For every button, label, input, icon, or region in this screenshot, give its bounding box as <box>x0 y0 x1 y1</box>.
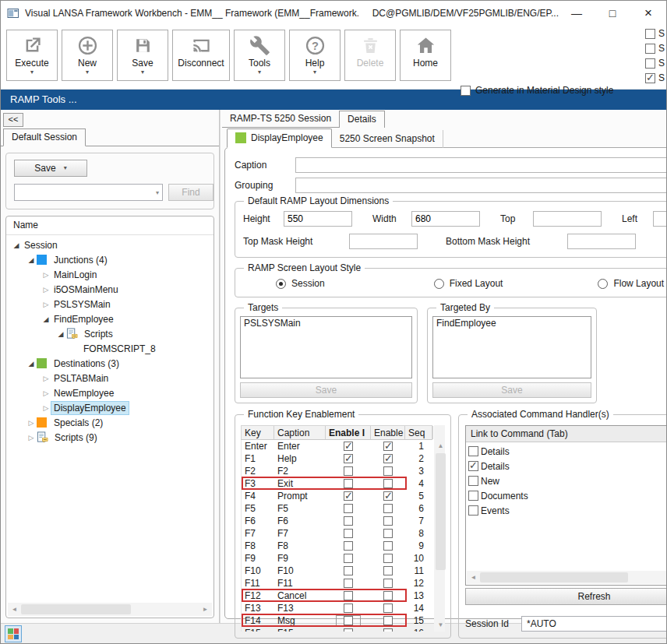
checkbox-box[interactable] <box>645 73 655 83</box>
search-combobox[interactable]: ▾ <box>14 184 163 201</box>
table-row-f6[interactable]: F6F67 <box>242 515 432 527</box>
table-row-f9[interactable]: F9F910 <box>242 552 432 565</box>
caption-input[interactable] <box>295 157 667 173</box>
expander-closed-icon[interactable]: ▷ <box>41 404 51 412</box>
fk-enable1-checkbox[interactable] <box>344 454 353 463</box>
expander-closed-icon[interactable]: ▷ <box>26 419 37 427</box>
fk-enable1-checkbox[interactable] <box>344 591 353 600</box>
scroll-left-icon[interactable]: ◄ <box>8 606 21 613</box>
close-button[interactable]: × <box>630 1 666 26</box>
fk-enable1-checkbox[interactable] <box>344 442 353 451</box>
fk-enable1-checkbox[interactable] <box>344 541 353 551</box>
toolbar-button-disconnect[interactable]: Disconnect <box>172 30 230 81</box>
material-design-checkbox[interactable]: Generate in Material Design style <box>461 85 613 96</box>
expander-closed-icon[interactable]: ▷ <box>41 389 51 397</box>
tree-column-header[interactable]: Name <box>6 216 214 235</box>
fk-enable1-checkbox[interactable] <box>344 579 353 588</box>
find-button[interactable]: Find <box>168 184 214 201</box>
command-horizontal-scrollbar[interactable]: ◄ ► <box>467 571 667 584</box>
checkbox-box[interactable] <box>468 446 478 456</box>
toolbar-button-execute[interactable]: Execute▾ <box>6 30 58 81</box>
tree-item-displayemployee[interactable]: ▷DisplayEmployee <box>6 400 214 415</box>
toolbar-button-save[interactable]: Save▾ <box>117 30 168 81</box>
checkbox-box[interactable] <box>645 58 655 69</box>
save-dropdown-button[interactable]: Save ▾ <box>14 160 87 177</box>
table-row-f2[interactable]: F2F23 <box>242 465 432 477</box>
fk-enable1-checkbox[interactable] <box>344 554 353 563</box>
radio-fixed-layout[interactable]: Fixed Layout <box>434 278 503 289</box>
targeted-by-save-button[interactable]: Save <box>432 382 591 398</box>
subtab-5250-screen-snapshot[interactable]: 5250 Screen Snapshot <box>332 130 443 148</box>
scroll-right-icon[interactable]: ► <box>199 606 212 613</box>
expander-open-icon[interactable]: ◢ <box>26 256 37 264</box>
fk-enable2-checkbox[interactable] <box>383 454 393 463</box>
radio-button[interactable] <box>434 279 444 289</box>
fk-enable1-checkbox[interactable] <box>344 529 353 538</box>
fk-enable1-checkbox[interactable] <box>344 466 353 476</box>
fk-enable2-checkbox[interactable] <box>383 554 393 563</box>
dimension-input-height[interactable] <box>284 211 352 227</box>
table-row-f14[interactable]: F14Msg15 <box>242 614 432 627</box>
collapse-panel-button[interactable]: << <box>3 113 23 127</box>
fk-enable1-checkbox[interactable] <box>344 566 353 575</box>
fk-enable2-checkbox[interactable] <box>383 516 393 526</box>
tab-default-session[interactable]: Default Session <box>3 128 86 146</box>
material-design-checkbox-box[interactable] <box>461 86 471 96</box>
app-grid-icon[interactable] <box>5 625 22 642</box>
fk-enable2-checkbox[interactable] <box>383 442 393 451</box>
table-row-f8[interactable]: F8F89 <box>242 540 432 552</box>
expander-open-icon[interactable]: ◢ <box>11 241 22 249</box>
fk-header-seq[interactable]: Seq <box>405 426 433 439</box>
fk-enable2-checkbox[interactable] <box>383 479 393 488</box>
command-link-item-details-0[interactable]: Details <box>466 444 667 459</box>
tab-ramp-ts-5250-session[interactable]: RAMP-TS 5250 Session <box>222 111 339 128</box>
fk-enable2-checkbox[interactable] <box>383 541 393 551</box>
fk-enable2-checkbox[interactable] <box>383 566 393 575</box>
fk-enable2-checkbox[interactable] <box>383 504 393 513</box>
tree-item-findemployee[interactable]: ◢FindEmployee <box>6 311 214 326</box>
grouping-input[interactable] <box>295 178 667 193</box>
scrollbar-thumb[interactable] <box>480 572 628 582</box>
tree-item-session[interactable]: ◢Session <box>6 238 214 252</box>
fk-header-enable[interactable]: Enable <box>371 426 405 439</box>
table-row-f10[interactable]: F10F1011 <box>242 565 432 577</box>
checkbox-box[interactable] <box>645 44 655 54</box>
tree-item-junctions-4-[interactable]: ◢Junctions (4) <box>6 252 214 267</box>
dimension-input-left[interactable] <box>653 211 667 227</box>
fk-header-enable-i[interactable]: Enable I <box>326 426 371 439</box>
table-row-f4[interactable]: F4Prompt5 <box>242 490 432 502</box>
tree-item-formscript-8[interactable]: FORMSCRIPT_8 <box>6 341 214 356</box>
table-row-f7[interactable]: F7F78 <box>242 527 432 540</box>
side-checkbox-2[interactable]: S <box>645 43 665 54</box>
tree-item-mainlogin[interactable]: ▷MainLogin <box>6 267 214 282</box>
toolbar-button-home[interactable]: Home <box>400 30 451 81</box>
scroll-up-icon[interactable]: ▲ <box>434 442 447 449</box>
fk-enable1-checkbox[interactable] <box>344 479 353 488</box>
checkbox-box[interactable] <box>468 476 478 486</box>
radio-flow-layout[interactable]: Flow Layout <box>598 278 664 289</box>
table-row-f11[interactable]: F11F1112 <box>242 577 432 589</box>
scrollbar-thumb[interactable] <box>21 604 131 614</box>
fk-enable1-checkbox[interactable] <box>344 504 353 513</box>
expander-open-icon[interactable]: ◢ <box>41 315 51 323</box>
table-row-f5[interactable]: F5F56 <box>242 502 432 515</box>
mask-input-2[interactable] <box>567 234 636 249</box>
fk-enable1-checkbox[interactable] <box>344 628 353 632</box>
expander-open-icon[interactable]: ◢ <box>55 330 66 338</box>
side-checkbox-3[interactable]: S <box>645 58 665 69</box>
expander-closed-icon[interactable]: ▷ <box>41 375 51 382</box>
toolbar-button-delete[interactable]: Delete <box>344 30 396 81</box>
expander-closed-icon[interactable]: ▷ <box>41 301 51 308</box>
fk-enable2-checkbox[interactable] <box>383 628 393 632</box>
maximize-button[interactable]: □ <box>595 1 630 26</box>
fk-enable1-checkbox[interactable] <box>344 516 353 526</box>
fk-enable1-checkbox[interactable] <box>344 604 353 613</box>
command-link-item-documents-3[interactable]: Documents <box>466 488 667 503</box>
scroll-down-icon[interactable]: ▼ <box>434 621 447 628</box>
dimension-input-width[interactable] <box>411 211 480 227</box>
fk-enable1-checkbox[interactable] <box>344 491 353 501</box>
table-row-enter[interactable]: EnterEnter1 <box>242 440 432 452</box>
fk-enable2-checkbox[interactable] <box>383 591 393 600</box>
dimension-input-top[interactable] <box>533 211 602 227</box>
table-row-f15[interactable]: F15F1516 <box>242 627 432 632</box>
